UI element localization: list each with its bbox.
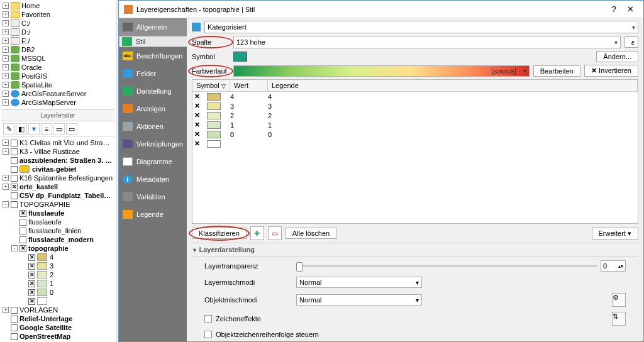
- layer-item[interactable]: -topographie: [3, 244, 113, 253]
- table-row[interactable]: ✕: [192, 139, 638, 148]
- category-anzeigen[interactable]: Anzeigen: [119, 100, 187, 118]
- col-value[interactable]: Wert: [230, 80, 268, 91]
- category-variablen[interactable]: Variablen: [119, 188, 187, 206]
- folder-item[interactable]: +E:/: [1, 36, 114, 45]
- classification-table: Symbol ▽ Wert Legende ✕44✕33✕22✕11✕00✕: [192, 79, 638, 224]
- folder-item[interactable]: +D:/: [1, 28, 114, 36]
- control-order-label: Objektzeichenreihenfolge steuern: [216, 331, 319, 338]
- help-button[interactable]: ?: [606, 4, 622, 14]
- layer-item[interactable]: +K3 - Villae Rusticae: [3, 147, 113, 156]
- layer-item[interactable]: +K16 Spätantike Befestigungen: [3, 174, 113, 182]
- layer-item[interactable]: Google Satellite: [3, 323, 113, 332]
- layer-item[interactable]: auszublenden: Straßen 3. Ordnung: [3, 156, 113, 165]
- toolbar-btn[interactable]: ✎: [3, 123, 14, 135]
- category-metadaten[interactable]: iMetadaten: [119, 170, 187, 188]
- expression-button[interactable]: ε: [625, 36, 638, 48]
- column-combo[interactable]: 123 hohe: [233, 36, 621, 48]
- transparency-label: Layertransparenz: [204, 262, 292, 270]
- category-verknüpfungen[interactable]: Verknüpfungen: [119, 135, 187, 153]
- category-darstellung[interactable]: Darstellung: [119, 82, 187, 100]
- filter-icon[interactable]: ▼: [28, 123, 40, 135]
- table-row[interactable]: ✕44: [192, 92, 638, 101]
- dialog-icon: [124, 5, 133, 14]
- layer-item[interactable]: +K1 Civitas mit Vici und Straßen: [3, 138, 113, 147]
- layer-item[interactable]: flusslaeufe: [3, 209, 113, 218]
- control-order-checkbox[interactable]: [204, 331, 212, 338]
- folder-item[interactable]: +Home: [1, 1, 114, 10]
- colorramp-label: Farbverlauf: [192, 67, 230, 75]
- toolbar-btn[interactable]: ◧: [16, 123, 27, 135]
- side-button-1[interactable]: ⚙: [612, 293, 626, 307]
- layer-rendering-section[interactable]: Layerdarstellung: [192, 243, 638, 256]
- transparency-slider[interactable]: [296, 265, 597, 267]
- colorramp-combo[interactable]: [source]: [233, 65, 530, 77]
- transparency-spin[interactable]: 0▴▾: [601, 260, 626, 272]
- category-aktionen[interactable]: Aktionen: [119, 118, 187, 135]
- layer-item[interactable]: +orte_kastell: [3, 182, 113, 191]
- add-class-button[interactable]: ✚: [250, 226, 264, 240]
- layer-item[interactable]: 0: [3, 288, 113, 297]
- category-beschriftungen[interactable]: abcBeschriftungen: [119, 47, 187, 65]
- table-row[interactable]: ✕33: [192, 101, 638, 111]
- change-button[interactable]: Ändern...: [596, 51, 638, 62]
- invert-button[interactable]: ✕ Invertieren: [584, 65, 638, 77]
- folder-item[interactable]: +C:/: [1, 19, 114, 28]
- layer-properties-dialog: Layereigenschaften - topographie | Stil …: [118, 0, 644, 342]
- layer-item[interactable]: 4: [3, 253, 113, 262]
- delete-all-button[interactable]: Alle löschen: [286, 228, 336, 239]
- symbol-label: Symbol: [192, 53, 230, 60]
- folder-item[interactable]: +Favoriten: [1, 10, 114, 19]
- column-label: Spalte: [192, 38, 230, 46]
- layer-panel-title: Layerfenster: [1, 109, 114, 121]
- folder-item[interactable]: +SpatiaLite: [1, 80, 114, 89]
- folder-item[interactable]: +DB2: [1, 45, 114, 54]
- layer-item[interactable]: flusslaeufe_linien: [3, 226, 113, 235]
- col-legend[interactable]: Legende: [268, 80, 638, 91]
- edit-button[interactable]: Bearbeiten: [533, 65, 580, 77]
- toolbar-btn[interactable]: ▭: [53, 123, 65, 135]
- col-symbol[interactable]: Symbol ▽: [192, 80, 230, 91]
- advanced-button[interactable]: Erweitert ▾: [592, 228, 638, 240]
- layer-item[interactable]: 2: [3, 270, 113, 279]
- table-row[interactable]: ✕00: [192, 130, 638, 139]
- layer-blend-label: Layermischmodi: [204, 279, 292, 286]
- folder-item[interactable]: +PostGIS: [1, 72, 114, 80]
- layer-item[interactable]: -TOPOGRAPHIE: [3, 200, 113, 209]
- folder-item[interactable]: +ArcGisMapServer: [1, 98, 114, 107]
- layer-item[interactable]: civitas-gebiet: [3, 165, 113, 174]
- toolbar-btn[interactable]: ≡: [41, 123, 52, 135]
- layer-item[interactable]: 1: [3, 279, 113, 288]
- classify-button[interactable]: Klassifizieren: [192, 228, 247, 239]
- layer-toolbar: ✎ ◧ ▼ ≡ ▭ ▭: [1, 121, 114, 137]
- draw-effects-label: Zeicheneffekte: [216, 315, 261, 323]
- category-diagramme[interactable]: Diagramme: [119, 153, 187, 170]
- category-legende[interactable]: Legende: [119, 206, 187, 223]
- folder-item[interactable]: +Oracle: [1, 63, 114, 72]
- layer-item[interactable]: +VORLAGEN: [3, 306, 113, 314]
- layer-item[interactable]: 3: [3, 262, 113, 270]
- layer-item[interactable]: Relief-Unterlage: [3, 314, 113, 323]
- layer-item[interactable]: CSV dp_Fundplatz_Tabelle_Ladenburg-AV: [3, 191, 113, 200]
- draw-effects-checkbox[interactable]: [204, 315, 212, 323]
- layer-blend-select[interactable]: Normal: [296, 277, 422, 288]
- remove-class-button[interactable]: ▭: [268, 226, 282, 240]
- renderer-type-combo[interactable]: Kategorisiert: [204, 21, 638, 33]
- folder-item[interactable]: +ArcGisFeatureServer: [1, 89, 114, 98]
- category-allgemein[interactable]: Allgemein: [119, 18, 187, 36]
- categorized-icon: [192, 23, 201, 31]
- folder-item[interactable]: +MSSQL: [1, 54, 114, 63]
- side-button-2[interactable]: ⇅: [612, 312, 626, 326]
- layer-item[interactable]: OpenStreetMap: [3, 332, 113, 341]
- table-row[interactable]: ✕11: [192, 120, 638, 130]
- dialog-title: Layereigenschaften - topographie | Stil: [136, 6, 255, 13]
- object-blend-label: Objektmischmodi: [204, 296, 292, 304]
- symbol-swatch[interactable]: [233, 52, 247, 62]
- close-button[interactable]: ✕: [622, 4, 638, 14]
- category-felder[interactable]: Felder: [119, 65, 187, 82]
- table-row[interactable]: ✕22: [192, 111, 638, 120]
- object-blend-select[interactable]: Normal: [296, 294, 422, 306]
- layer-item[interactable]: flusslaeufe_modern: [3, 235, 113, 244]
- toolbar-btn[interactable]: ▭: [66, 123, 77, 135]
- layer-item[interactable]: [3, 297, 113, 306]
- layer-item[interactable]: flusslaeufe: [3, 218, 113, 226]
